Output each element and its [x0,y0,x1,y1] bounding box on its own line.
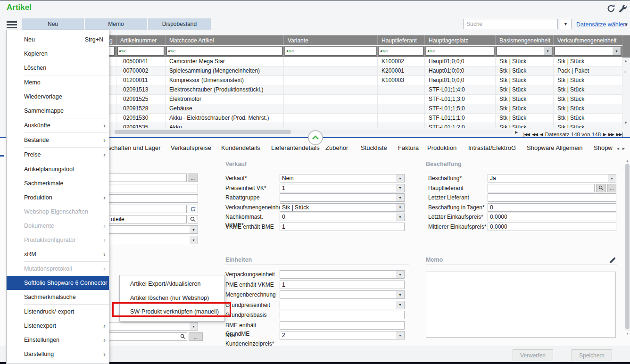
combo-dropdown-icon[interactable]: ▼ [396,184,404,192]
tabs-scroll-left-icon[interactable]: ◂ [617,146,619,151]
pager-fast-prev-icon[interactable]: ◀◀ [532,132,538,137]
submenu-item-2[interactable]: SW-Produkt verknüpfen (manuell) [120,305,224,319]
pager-fast-next-icon[interactable]: ▶▶ [608,132,614,137]
combo-dropdown-icon[interactable]: ▼ [396,291,404,298]
tab-shopw[interactable]: Shopw [594,141,613,156]
ellipsis-button[interactable]: ... [188,174,198,182]
field-input[interactable] [280,321,405,330]
menu-item-l-schen[interactable]: Löschen [7,61,109,75]
menu-item-artikelplanungstool[interactable]: Artikelplanungstool [7,162,109,176]
field-select[interactable]: Nein▼ [280,174,405,182]
pager-prev-icon[interactable]: ◀ [540,132,543,137]
tab-zubeh-r[interactable]: Zubehör [325,141,348,156]
memo-textarea[interactable] [426,272,616,338]
combo-dropdown-icon[interactable]: ▼ [190,226,198,233]
field-select[interactable]: ▼ [280,301,405,309]
field-select[interactable]: ▼ [280,193,405,202]
field-input[interactable]: 1 [280,223,405,231]
filter-input[interactable]: A%C [426,47,494,56]
filter-input[interactable]: A%C [379,47,423,56]
table-row[interactable]: 02091535AkkuSTF-L01;1;2;0Stk | StückStk … [75,123,622,128]
field-select[interactable]: Ja▼ [488,174,616,182]
filter-dropdown-button[interactable]: ▼ [544,47,552,55]
combo-dropdown-icon[interactable]: ▼ [190,236,198,244]
column-header[interactable]: Hauptlagerplatz [425,35,496,45]
field-input[interactable]: 0,0000 [488,223,616,231]
menu-item-webshop-eigenschaften[interactable]: Webshop-Eigenschaften [7,205,109,219]
field-input[interactable]: 0,0000 [488,213,616,221]
search-dropdown-button[interactable]: ▼ [560,19,572,29]
verwerfen-button[interactable]: Verwerfen [513,349,553,361]
pager-first-icon[interactable]: |◀◀ [523,132,530,137]
menu-item-kopieren[interactable]: Kopieren [7,47,109,61]
table-row[interactable]: 00500041Camcorder Mega StarK100002Haupt0… [75,57,622,66]
tab-kundendetails[interactable]: Kundendetails [221,141,260,156]
grid-vertical-scrollbar[interactable]: ▲ ○ ▼ [622,58,630,128]
pager-last-icon[interactable]: ▶▶| [616,132,622,137]
field-select[interactable]: Stk | Stück▼ [280,203,405,212]
combo-dropdown-icon[interactable]: ▼ [396,194,404,201]
field-lookup[interactable] [488,184,595,192]
menu-item-listenexport[interactable]: Listenexport› [7,319,109,333]
menu-item-best-nde[interactable]: Bestände› [7,133,109,147]
field-input[interactable]: 0 [488,203,616,212]
column-header[interactable]: Verkaufsmengeneinheit [554,35,622,45]
menu-item-preise[interactable]: Preise› [7,148,109,162]
combo-dropdown-icon[interactable]: ▼ [396,204,404,211]
pager-next-icon[interactable]: ▶ [603,132,606,137]
table-row[interactable]: 02091530Akku - Elektroschrauber (Prod. M… [75,114,622,123]
combo-dropdown-icon[interactable]: ▼ [396,213,404,221]
ellipsis-button[interactable]: ... [607,184,616,192]
tab-produktion[interactable]: Produktion [427,141,456,156]
filter-input[interactable]: A%C [285,47,376,56]
filter-input[interactable]: A%C [166,47,282,56]
filter-type-icon[interactable]: A%C [426,50,436,53]
scroll-up-icon[interactable]: ▲ [624,59,628,63]
menu-item-darstellung[interactable]: Darstellung› [7,347,109,361]
filter-type-icon[interactable]: A%C [167,50,176,53]
neu-button[interactable]: Neu [22,18,84,30]
combo-dropdown-icon[interactable]: ▼ [190,323,198,330]
search-input[interactable] [463,19,558,29]
field-select[interactable]: 1▼ [280,184,405,192]
combo-dropdown-icon[interactable]: ▼ [396,301,404,309]
filter-type-icon[interactable]: A%C [118,50,127,53]
ellipsis-button[interactable]: ... [189,332,203,341]
combo-dropdown-icon[interactable]: ▼ [396,271,404,278]
menu-item-sammelmappe[interactable]: Sammelmappe [7,104,109,118]
menu-item-produktion[interactable]: Produktion› [7,190,109,205]
tab-intrastat-elektrog[interactable]: Intrastat/ElektroG [468,141,516,156]
filter-type-icon[interactable]: A%C [285,50,295,53]
menu-hamburger-icon[interactable] [7,21,17,28]
menu-item-memo[interactable]: Memo [7,75,109,90]
column-header[interactable]: Matchcode Artikel [166,35,284,45]
table-row[interactable]: 02091513Elektroschrauber (Produktionsstü… [75,85,622,95]
tab-shopware-allgemein[interactable]: Shopware Allgemein [527,141,583,156]
menu-item-listendruck-export[interactable]: Listendruck/-export [7,305,109,319]
menu-item-produktkonfigurator[interactable]: Produktkonfigurator› [7,233,109,247]
scroll-down-icon[interactable]: ▼ [624,121,628,125]
scroll-down-icon[interactable]: ▼ [626,332,629,335]
field-select[interactable]: ▼ [280,290,405,299]
field-select[interactable]: ▼ [280,270,405,279]
field-input[interactable] [488,193,616,202]
speichern-button[interactable]: Speichern [572,349,612,361]
dispobestand-button[interactable]: Dispobestand [148,18,211,30]
field-input[interactable]: 1 [280,281,405,289]
menu-item-wiedervorlage[interactable]: Wiedervorlage [7,90,109,104]
pencil-icon[interactable] [609,256,616,264]
filter-input[interactable]: ▼ [555,47,621,56]
form-vertical-scrollbar-thumb[interactable] [625,164,630,329]
table-row[interactable]: 00700002Spielesammlung (Mengeneinheiten)… [75,66,622,76]
tabs-scroll-right-icon[interactable]: ▸ [622,146,625,151]
refresh-icon[interactable] [606,4,616,13]
submenu-item-1[interactable]: Artikel löschen (nur Webshop) [120,291,224,306]
tab-st-ckliste[interactable]: Stückliste [361,141,387,156]
magnifier-icon[interactable] [180,332,187,341]
wrench-icon[interactable] [619,4,627,13]
menu-item-softfolio-shopware-6-connector[interactable]: Softfolio Shopware 6 Connector› [7,276,109,290]
menu-item-einstellungen[interactable]: Einstellungen› [7,333,109,347]
field-select[interactable]: 0▼ [280,213,405,221]
tab-verkaufspreise[interactable]: Verkaufspreise [171,141,211,156]
search-lookup-button[interactable] [596,184,606,192]
